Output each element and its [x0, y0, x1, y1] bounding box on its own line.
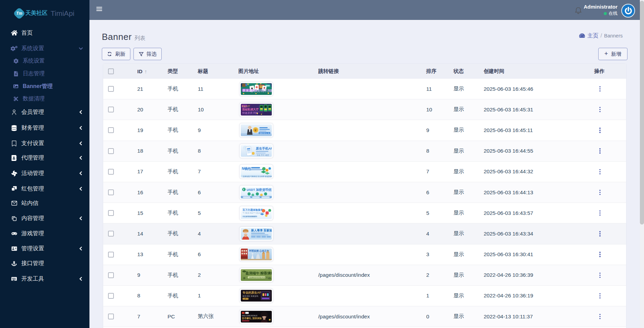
svg-text:千万奖池 每日千万流水放送: 千万奖池 每日千万流水放送 — [243, 212, 264, 214]
svg-text:¥: ¥ — [255, 128, 256, 132]
svg-text:彩金大厅: 彩金大厅 — [242, 105, 250, 107]
svg-text:视频百家乐 真人视讯: 视频百家乐 真人视讯 — [259, 132, 272, 134]
svg-text:N钱包: N钱包 — [242, 167, 251, 171]
svg-text:活动时间:6月3日-6月5日: 活动时间:6月3日-6月5日 — [249, 276, 268, 279]
svg-text:原生手机APP: 原生手机APP — [256, 147, 272, 150]
svg-text:T: T — [243, 188, 245, 191]
svg-text:专业的原生APP: 专业的原生APP — [242, 291, 263, 294]
svg-text:百万主题体验服务: 百万主题体验服务 — [242, 208, 264, 211]
svg-text:USDT 加密货币优势: USDT 加密货币优势 — [247, 188, 272, 191]
svg-text:新人尊享 百薪返利: 新人尊享 百薪返利 — [251, 229, 272, 232]
svg-text:多爽好玩不间断: 多爽好玩不间断 — [251, 88, 272, 92]
svg-text:首存豪礼 顶级体验: 首存豪礼 顶级体验 — [242, 317, 262, 320]
svg-text:WELCOME BONUS: WELCOME BONUS — [242, 315, 258, 317]
svg-text:立即下载: 立即下载 — [244, 298, 250, 300]
svg-text:连接你我 可靠钱包 安全保障 极速到账: 连接你我 可靠钱包 安全保障 极速到账 — [243, 175, 272, 178]
svg-text:我创彩虎大厅: 我创彩虎大厅 — [242, 108, 259, 111]
svg-text:马上参与活动领取豪礼: 马上参与活动领取豪礼 — [243, 216, 257, 217]
svg-text:盈润端午 粽香满载: 盈润端午 粽香满载 — [245, 271, 272, 275]
svg-text:环球风情 心动之旅: 环球风情 心动之旅 — [249, 249, 269, 252]
svg-text:极致体验 海量游戏: 极致体验 海量游戏 — [242, 295, 258, 297]
svg-text:快速 安全 稳定: 快速 安全 稳定 — [257, 154, 269, 156]
